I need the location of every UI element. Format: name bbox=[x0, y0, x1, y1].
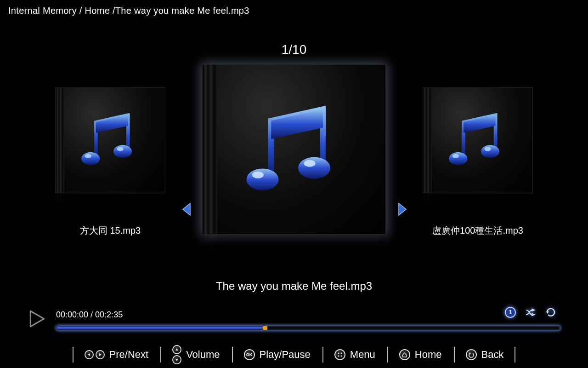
svg-marker-9 bbox=[399, 203, 406, 215]
svg-point-3 bbox=[117, 147, 124, 151]
svg-point-1 bbox=[113, 145, 132, 158]
track-carousel: 方大同 15.mp3 The way you make bbox=[0, 64, 588, 276]
svg-point-0 bbox=[81, 152, 100, 165]
svg-point-8 bbox=[304, 160, 315, 167]
hint-menu: Menu bbox=[322, 345, 387, 364]
hint-home: Home bbox=[387, 345, 454, 364]
nav-next-button[interactable] bbox=[397, 202, 408, 216]
track-next-label: 盧廣仲100種生活.mp3 bbox=[423, 224, 533, 237]
track-next[interactable]: 盧廣仲100種生活.mp3 bbox=[423, 87, 533, 237]
prev-key-icon bbox=[85, 350, 94, 359]
vol-up-key-icon bbox=[172, 345, 181, 354]
play-button[interactable] bbox=[28, 309, 47, 328]
svg-point-23 bbox=[340, 353, 342, 354]
svg-point-7 bbox=[252, 172, 264, 178]
track-current[interactable]: The way you make Me feel.mp3 bbox=[202, 64, 386, 293]
vol-down-key-icon bbox=[172, 355, 181, 364]
svg-point-13 bbox=[485, 147, 491, 151]
back-key-icon bbox=[466, 349, 477, 360]
cd-spine bbox=[203, 65, 217, 234]
track-prev[interactable]: 方大同 15.mp3 bbox=[55, 87, 165, 237]
breadcrumb: Internal Memory / Home /The way you make… bbox=[8, 6, 249, 16]
repeat-one-button[interactable]: 1 bbox=[504, 306, 516, 318]
cd-spine bbox=[423, 88, 432, 193]
svg-point-25 bbox=[340, 356, 342, 357]
home-key-icon bbox=[399, 349, 410, 360]
progress-fill bbox=[57, 327, 264, 329]
cd-spine bbox=[56, 88, 64, 193]
svg-point-6 bbox=[298, 157, 330, 179]
svg-point-11 bbox=[481, 145, 499, 158]
svg-marker-17 bbox=[546, 311, 549, 314]
hint-volume: Volume bbox=[160, 345, 232, 364]
next-key-icon bbox=[96, 350, 105, 359]
shuffle-button[interactable] bbox=[525, 306, 537, 318]
album-cover bbox=[202, 64, 386, 235]
svg-point-5 bbox=[246, 168, 278, 190]
hint-prenext: Pre/Next bbox=[73, 345, 161, 364]
svg-point-12 bbox=[452, 154, 459, 158]
svg-point-2 bbox=[85, 154, 91, 158]
menu-key-icon bbox=[334, 349, 345, 360]
music-note-icon bbox=[232, 92, 356, 207]
ok-key-icon: OK bbox=[244, 349, 255, 360]
svg-marker-4 bbox=[183, 203, 190, 215]
svg-point-24 bbox=[338, 356, 339, 357]
progress-handle[interactable] bbox=[263, 326, 267, 330]
svg-marker-18 bbox=[88, 353, 90, 356]
hint-back: Back bbox=[454, 345, 516, 364]
svg-point-22 bbox=[338, 353, 339, 354]
music-note-icon bbox=[441, 104, 515, 176]
svg-text:1: 1 bbox=[509, 309, 512, 316]
svg-marker-21 bbox=[175, 359, 178, 361]
track-counter: 1/10 bbox=[282, 42, 307, 57]
album-cover bbox=[423, 87, 533, 193]
album-cover bbox=[55, 87, 165, 193]
svg-marker-14 bbox=[30, 311, 44, 327]
duration-time: 00:2:35 bbox=[95, 310, 123, 319]
repeat-button[interactable] bbox=[545, 306, 557, 318]
hint-playpause: OK Play/Pause bbox=[232, 345, 322, 364]
playback-time: 00:00:00 / 00:2:35 bbox=[56, 310, 123, 320]
svg-marker-19 bbox=[99, 353, 102, 356]
svg-point-10 bbox=[449, 152, 467, 165]
track-current-label: The way you make Me feel.mp3 bbox=[202, 280, 386, 293]
nav-prev-button[interactable] bbox=[181, 202, 192, 216]
progress-bar[interactable] bbox=[56, 326, 560, 330]
control-hints: Pre/Next Volume OK Play/Pause Menu Home … bbox=[0, 345, 588, 364]
svg-marker-20 bbox=[175, 348, 178, 351]
elapsed-time: 00:00:00 bbox=[56, 310, 88, 319]
track-prev-label: 方大同 15.mp3 bbox=[55, 224, 165, 237]
music-note-icon bbox=[73, 104, 147, 176]
